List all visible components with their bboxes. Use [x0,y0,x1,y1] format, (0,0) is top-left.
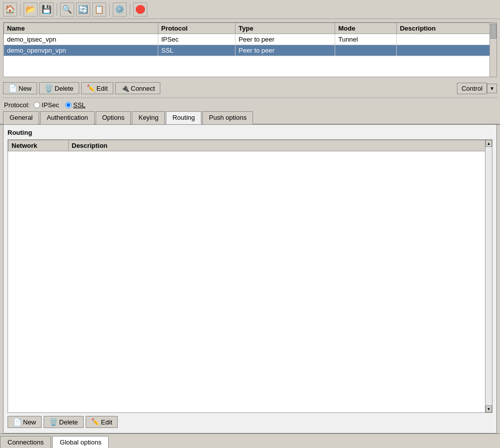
tabs-container: General Authentication Options Keying Ro… [0,111,500,125]
vpn-table: Name Protocol Type Mode Description demo… [4,23,496,56]
delete-icon: 🗑️ [45,84,53,92]
control-label: Control [461,85,482,92]
toolbar-sep-3 [109,4,110,16]
routing-new-icon: 📄 [13,418,22,426]
protocol-label: Protocol: [4,101,30,109]
tab-routing[interactable]: Routing [166,111,201,124]
stop-button[interactable]: 🛑 [133,3,147,17]
bottom-tab-global-options[interactable]: Global options [52,436,109,448]
routing-delete-icon: 🗑️ [49,418,58,426]
connect-button-label: Connect [131,85,155,92]
search-button[interactable]: 🔍 [60,3,74,17]
row-type: Peer to peer [235,45,335,56]
routing-new-label: New [23,418,36,426]
scrollbar-up-button[interactable]: ▲ [485,140,492,147]
row-name: demo_openvpn_vpn [4,45,158,56]
new-button-label: New [19,85,32,92]
routing-scrollbar[interactable]: ▲ ▼ [485,140,492,412]
row-protocol: IPSec [158,34,235,45]
row-type: Peer to peer [235,34,335,45]
tab-keying[interactable]: Keying [132,111,165,124]
toolbar-sep-4 [130,4,130,16]
scrollbar-track [485,147,492,405]
routing-edit-icon: ✏️ [91,418,100,426]
forward-button[interactable]: 🔄 [76,3,90,17]
edit-icon: ✏️ [87,84,95,92]
routing-table: Network Description [8,140,492,151]
settings-button[interactable]: ⚙️ [113,3,127,17]
tab-authentication[interactable]: Authentication [40,111,94,124]
table-row[interactable]: demo_ipsec_vpn IPSec Peer to peer Tunnel [4,34,496,45]
vpn-table-header: Name Protocol Type Mode Description [4,23,496,34]
routing-col-network: Network [9,140,69,151]
routing-delete-label: Delete [59,418,78,426]
tab-general[interactable]: General [3,111,39,124]
ipsec-radio[interactable] [34,102,40,108]
control-button[interactable]: Control [457,83,487,94]
routing-table-header: Network Description [9,140,492,151]
col-description: Description [397,23,496,34]
new-icon: 📄 [9,84,17,92]
edit-button[interactable]: ✏️ Edit [81,82,113,94]
protocol-row: Protocol: IPSec SSL [0,99,500,111]
col-mode: Mode [335,23,397,34]
ipsec-label: IPSec [42,101,59,109]
row-name: demo_ipsec_vpn [4,34,158,45]
protocol-radio-group: IPSec SSL [34,101,85,109]
export-button[interactable]: 📋 [92,3,106,17]
row-description [397,34,496,45]
home-button[interactable]: 🏠 [3,3,17,17]
new-button[interactable]: 📄 New [3,82,37,94]
open-button[interactable]: 📂 [24,3,38,17]
tab-push-options[interactable]: Push options [202,111,253,124]
routing-section-title: Routing [8,129,492,136]
row-mode [335,45,397,56]
vpn-table-container: Name Protocol Type Mode Description demo… [3,22,497,77]
routing-edit-button[interactable]: ✏️ Edit [86,416,118,428]
edit-button-label: Edit [97,85,108,92]
main-content: Name Protocol Type Mode Description demo… [0,19,500,448]
tab-options[interactable]: Options [96,111,131,124]
row-mode: Tunnel [335,34,397,45]
save-button[interactable]: 💾 [40,3,54,17]
routing-buttons-row: 📄 New 🗑️ Delete ✏️ Edit [8,413,492,429]
col-type: Type [235,23,335,34]
row-description [397,45,496,56]
toolbar-sep-2 [57,4,57,16]
routing-delete-button[interactable]: 🗑️ Delete [44,416,84,428]
toolbar-sep-1 [20,4,21,16]
ipsec-radio-label[interactable]: IPSec [34,101,59,109]
routing-table-container: Network Description ▲ ▼ [8,139,492,413]
col-protocol: Protocol [158,23,235,34]
col-name: Name [4,23,158,34]
bottom-tabs: Connections Global options [0,433,500,448]
separator-1 [3,97,497,98]
ssl-radio[interactable] [65,102,72,108]
toolbar: 🏠 📂 💾 🔍 🔄 📋 ⚙️ 🛑 [0,0,500,19]
table-row[interactable]: demo_openvpn_vpn SSL Peer to peer [4,45,496,56]
connect-icon: 🔌 [121,84,129,92]
action-buttons-row: 📄 New 🗑️ Delete ✏️ Edit 🔌 Connect Contro… [0,80,500,96]
control-dropdown: Control ▼ [457,83,497,94]
routing-col-description: Description [69,140,485,151]
routing-new-button[interactable]: 📄 New [8,416,42,428]
ssl-label: SSL [73,101,86,109]
vpn-scrollbar[interactable] [489,23,496,77]
tab-content-routing: Routing Network Description ▲ ▼ [3,125,497,433]
connect-button[interactable]: 🔌 Connect [115,82,160,94]
scrollbar-down-button[interactable]: ▼ [485,405,492,412]
scrollbar-thumb [490,24,496,39]
routing-edit-label: Edit [101,418,112,426]
bottom-tab-connections[interactable]: Connections [0,436,51,448]
delete-button-label: Delete [55,85,74,92]
control-arrow-button[interactable]: ▼ [487,84,497,93]
delete-button[interactable]: 🗑️ Delete [39,82,79,94]
row-protocol: SSL [158,45,235,56]
ssl-radio-label[interactable]: SSL [65,101,86,109]
